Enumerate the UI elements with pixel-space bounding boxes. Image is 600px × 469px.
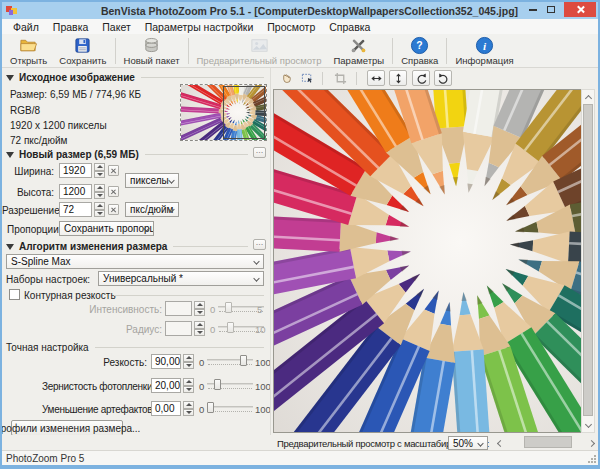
menu-edit[interactable]: Правка — [46, 21, 95, 33]
vertical-scroll-thumb[interactable] — [583, 104, 593, 416]
unsharp-checkbox[interactable] — [9, 289, 20, 300]
divider — [114, 295, 264, 296]
source-size: Размер: 6,59 МБ / 774,96 КБ — [10, 89, 141, 100]
app-logo-icon — [5, 4, 18, 17]
spin-down-icon[interactable] — [183, 362, 194, 370]
algorithm-dropdown[interactable]: S-Spline Max — [6, 254, 264, 269]
section-algorithm[interactable]: Алгоритм изменения размера — [6, 241, 264, 252]
close-button[interactable] — [564, 2, 596, 17]
menu-settings[interactable]: Параметры настройки — [138, 21, 261, 33]
maximize-button[interactable] — [544, 2, 558, 17]
help-circle-icon: ? — [410, 36, 429, 55]
resolution-field[interactable]: 72 — [59, 202, 92, 217]
zoom-select-tool-button[interactable] — [298, 70, 316, 86]
width-field[interactable]: 1920 — [59, 163, 92, 178]
proportions-dropdown[interactable]: Сохранить пропорции — [59, 221, 154, 236]
scroll-up-button[interactable] — [582, 90, 594, 103]
film-grain-slider[interactable] — [207, 379, 253, 390]
film-grain-label: Зернистость фотопленки: — [42, 381, 147, 392]
height-reset-button[interactable] — [108, 186, 119, 197]
pan-tool-button[interactable] — [277, 70, 295, 86]
menu-bar: Файл Правка Пакет Параметры настройки Пр… — [2, 19, 598, 34]
flip-horizontal-icon — [370, 72, 383, 85]
new-batch-button[interactable]: Новый пакет — [118, 35, 186, 67]
height-field[interactable]: 1200 — [59, 184, 92, 199]
slider-handle[interactable] — [240, 355, 247, 366]
collapse-triangle-icon — [6, 152, 14, 158]
height-stepper[interactable] — [94, 184, 105, 199]
algorithm-more-button[interactable] — [253, 239, 266, 250]
radius-field — [165, 321, 192, 336]
rotate-cw-button[interactable] — [434, 70, 452, 86]
sharpness-field[interactable]: 90,00 — [151, 354, 181, 369]
resolution-label: Разрешение: — [2, 205, 54, 216]
source-resolution: 72 пкс/дюйм — [10, 135, 67, 146]
section-fine-tuning[interactable]: Точная настройка — [6, 342, 264, 353]
unsharp-label: Контурная резкость — [24, 290, 116, 301]
spin-down-icon[interactable] — [94, 192, 105, 200]
radius-max: 10 — [255, 324, 266, 335]
zoom-level-dropdown[interactable]: 50% — [448, 436, 488, 450]
spin-down-icon[interactable] — [94, 210, 105, 218]
options-button[interactable]: Параметры — [328, 35, 391, 67]
sharpness-stepper[interactable] — [183, 354, 194, 369]
minimize-button[interactable] — [526, 2, 540, 17]
preview-image-area[interactable] — [273, 89, 583, 433]
spin-down-icon[interactable] — [183, 409, 194, 417]
app-window: BenVista PhotoZoom Pro 5.1 - [ComputerDe… — [0, 0, 600, 469]
info-button[interactable]: i Информация — [449, 35, 519, 67]
slider-handle[interactable] — [207, 402, 214, 413]
resolution-reset-button[interactable] — [108, 204, 119, 215]
thumbnail-selection-rect[interactable] — [223, 86, 265, 139]
width-reset-button[interactable] — [108, 165, 119, 176]
spin-up-icon[interactable] — [183, 401, 194, 409]
intensity-field — [165, 301, 192, 316]
resize-profiles-button[interactable]: Профили изменения размера... — [11, 420, 123, 436]
new-size-more-button[interactable] — [253, 147, 266, 158]
horizontal-scroll-thumb[interactable] — [524, 436, 572, 448]
flip-vertical-button[interactable] — [389, 70, 407, 86]
spin-down-icon[interactable] — [183, 386, 194, 394]
artifact-reduction-slider[interactable] — [207, 402, 253, 413]
open-button[interactable]: Открыть — [4, 35, 53, 67]
spin-up-icon[interactable] — [183, 378, 194, 386]
scroll-right-button[interactable] — [586, 436, 600, 450]
menu-batch[interactable]: Пакет — [95, 21, 137, 33]
scroll-left-button[interactable] — [492, 436, 506, 450]
help-button[interactable]: ? Справка — [395, 35, 444, 67]
spin-up-icon[interactable] — [183, 354, 194, 362]
rotate-ccw-button[interactable] — [412, 70, 430, 86]
resolution-stepper[interactable] — [94, 202, 105, 217]
slider-handle — [225, 302, 232, 313]
menu-file[interactable]: Файл — [6, 21, 46, 33]
section-source-image[interactable]: Исходное изображение — [6, 72, 264, 83]
artifact-reduction-stepper[interactable] — [183, 401, 194, 416]
preview-pane — [270, 68, 598, 435]
film-grain-field[interactable]: 20,00 — [151, 378, 181, 393]
pixel-unit-dropdown[interactable]: пикселы — [125, 173, 179, 188]
spin-down-icon[interactable] — [94, 171, 105, 179]
width-stepper[interactable] — [94, 163, 105, 178]
preview-picture-icon — [250, 36, 269, 55]
artifact-reduction-field[interactable]: 0,00 — [151, 401, 181, 416]
save-button[interactable]: Сохранить — [53, 35, 112, 67]
source-thumbnail[interactable] — [180, 84, 267, 141]
film-grain-stepper[interactable] — [183, 378, 194, 393]
spin-up-icon[interactable] — [94, 163, 105, 171]
slider-handle[interactable] — [214, 379, 221, 390]
menu-help[interactable]: Справка — [322, 21, 377, 33]
section-new-size[interactable]: Новый размер (6,59 МБ) — [6, 149, 264, 160]
window-title: BenVista PhotoZoom Pro 5.1 - [ComputerDe… — [21, 5, 598, 17]
dpi-unit-dropdown[interactable]: пкс/дюйм — [125, 202, 179, 217]
toolbar-separator — [115, 38, 116, 64]
vertical-scrollbar[interactable] — [581, 89, 595, 433]
sharpness-slider[interactable] — [207, 355, 253, 366]
menu-view[interactable]: Просмотр — [260, 21, 322, 33]
resize-grip[interactable] — [588, 455, 596, 463]
intensity-stepper — [194, 301, 205, 316]
presets-dropdown[interactable]: Универсальный * — [98, 271, 264, 286]
flip-horizontal-button[interactable] — [367, 70, 385, 86]
spin-up-icon[interactable] — [94, 202, 105, 210]
spin-up-icon[interactable] — [94, 184, 105, 192]
scroll-down-button[interactable] — [582, 419, 594, 432]
